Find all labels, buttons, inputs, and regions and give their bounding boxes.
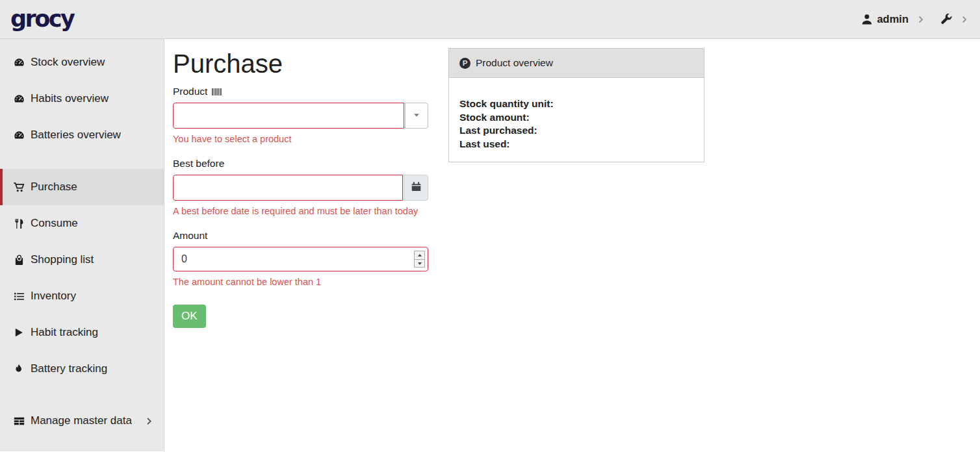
last-purchased-label: Last purchased: xyxy=(459,124,693,138)
sidebar-item-label: Shopping list xyxy=(31,253,94,266)
amount-input[interactable] xyxy=(173,247,428,271)
product-overview-title: Product overview xyxy=(476,57,553,69)
sidebar-item-label: Stock overview xyxy=(31,56,105,69)
shopping-bag-icon xyxy=(13,255,25,266)
product-overview-card: Product overview Stock quantity unit: St… xyxy=(448,48,704,162)
product-dropdown-button[interactable] xyxy=(405,103,428,129)
sidebar-item-battery-tracking[interactable]: Battery tracking xyxy=(0,351,164,387)
product-error-message: You have to select a product xyxy=(173,133,428,145)
sidebar-item-label: Battery tracking xyxy=(31,362,107,375)
best-before-label: Best before xyxy=(173,158,224,170)
chevron-right-icon xyxy=(145,417,153,425)
sidebar-item-batteries-overview[interactable]: Batteries overview xyxy=(0,117,164,153)
calendar-button[interactable] xyxy=(404,175,428,201)
app-logo[interactable]: grocy xyxy=(10,8,73,31)
amount-label: Amount xyxy=(173,230,207,242)
sidebar-item-purchase[interactable]: Purchase xyxy=(0,169,164,205)
best-before-error-message: A best before date is required and must … xyxy=(173,205,428,217)
sidebar-item-label: Batteries overview xyxy=(31,129,121,142)
user-name: admin xyxy=(877,13,909,25)
spinner-up-icon[interactable] xyxy=(415,251,424,259)
shopping-cart-icon xyxy=(13,182,25,193)
sidebar-item-inventory[interactable]: Inventory xyxy=(0,278,164,314)
product-input[interactable] xyxy=(173,103,404,129)
best-before-group xyxy=(173,175,428,201)
sidebar-item-stock-overview[interactable]: Stock overview xyxy=(0,44,164,81)
chevron-right-icon xyxy=(917,16,925,23)
chevron-right-icon xyxy=(961,16,968,23)
amount-group xyxy=(173,247,428,271)
ok-button[interactable]: OK xyxy=(173,305,206,328)
sidebar-item-label: Purchase xyxy=(31,181,77,194)
stock-amount-label: Stock amount: xyxy=(459,111,693,125)
wrench-icon xyxy=(940,14,952,25)
sidebar-item-label: Habits overview xyxy=(31,92,109,105)
stock-quantity-unit-label: Stock quantity unit: xyxy=(459,97,693,111)
product-overview-body: Stock quantity unit: Stock amount: Last … xyxy=(449,78,704,162)
list-icon xyxy=(13,291,25,302)
table-icon xyxy=(13,416,25,427)
app-header: grocy admin xyxy=(0,0,980,39)
product-overview-header: Product overview xyxy=(449,49,704,78)
tachometer-icon xyxy=(13,57,25,68)
sidebar-item-label: Consume xyxy=(31,217,78,230)
product-hunt-icon xyxy=(459,58,471,69)
sidebar: Stock overview Habits overview Batteries… xyxy=(0,39,164,451)
sidebar-item-habit-tracking[interactable]: Habit tracking xyxy=(0,314,164,351)
caret-down-icon xyxy=(413,111,420,121)
main-content: Purchase Product You have to select a pr… xyxy=(164,39,980,451)
sidebar-item-shopping-list[interactable]: Shopping list xyxy=(0,242,164,278)
purchase-form: Purchase Product You have to select a pr… xyxy=(173,48,428,328)
barcode-icon xyxy=(212,88,222,96)
page-title: Purchase xyxy=(173,48,428,79)
product-combobox xyxy=(173,103,428,129)
header-menus: admin xyxy=(861,13,968,25)
sidebar-item-habits-overview[interactable]: Habits overview xyxy=(0,81,164,117)
amount-error-message: The amount cannot be lower than 1 xyxy=(173,276,428,288)
last-used-label: Last used: xyxy=(459,138,693,151)
user-menu-toggle[interactable]: admin xyxy=(861,13,925,25)
tachometer-icon xyxy=(13,130,25,141)
product-label-row: Product xyxy=(173,86,428,97)
best-before-input[interactable] xyxy=(173,175,403,201)
sidebar-item-label: Inventory xyxy=(31,290,76,303)
calendar-icon xyxy=(411,181,422,194)
flame-icon xyxy=(13,364,25,374)
sidebar-item-consume[interactable]: Consume xyxy=(0,205,164,242)
best-before-label-row: Best before xyxy=(173,158,428,170)
product-label: Product xyxy=(173,86,207,97)
sidebar-item-label: Manage master data xyxy=(31,414,132,427)
user-icon xyxy=(861,14,873,25)
number-spinner[interactable] xyxy=(414,251,425,268)
sidebar-item-label: Habit tracking xyxy=(31,326,98,339)
tachometer-icon xyxy=(13,94,25,105)
amount-label-row: Amount xyxy=(173,230,428,242)
sidebar-item-manage-master-data[interactable]: Manage master data xyxy=(0,403,164,439)
settings-menu-toggle[interactable] xyxy=(925,14,968,25)
play-icon xyxy=(13,327,25,338)
utensils-icon xyxy=(13,218,25,229)
spinner-down-icon[interactable] xyxy=(415,259,424,268)
